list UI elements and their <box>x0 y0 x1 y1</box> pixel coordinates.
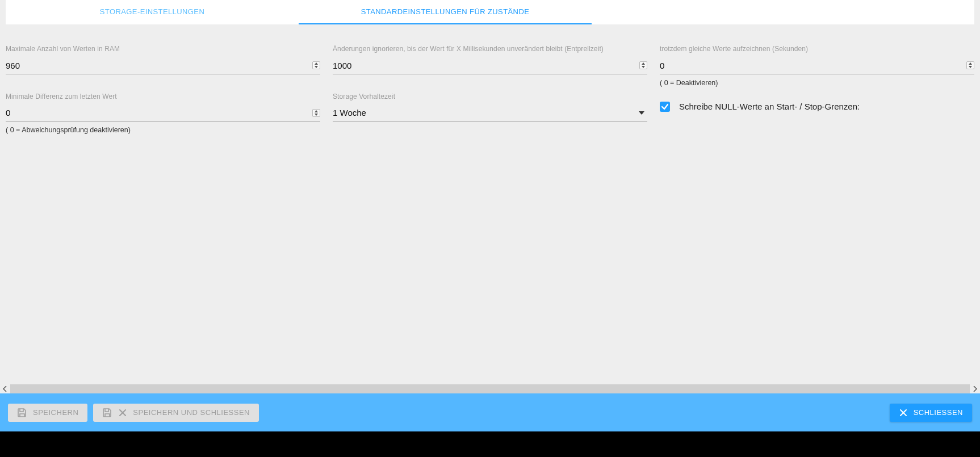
scrollbar-track[interactable] <box>10 384 970 393</box>
label-record-same: trotzdem gleiche Werte aufzeichnen (Seku… <box>660 45 974 54</box>
input-debounce[interactable] <box>333 58 639 73</box>
save-icon <box>102 408 112 418</box>
input-min-diff[interactable] <box>6 106 312 120</box>
save-icon <box>17 408 27 418</box>
label-write-null: Schreibe NULL-Werte an Start- / Stop-Gre… <box>679 102 860 111</box>
select-retention[interactable] <box>333 104 647 121</box>
close-icon <box>118 408 127 417</box>
input-max-ram[interactable] <box>6 58 312 73</box>
horizontal-scrollbar[interactable] <box>0 384 980 393</box>
field-max-ram: Maximale Anzahl von Werten in RAM <box>6 45 320 74</box>
input-record-same[interactable] <box>660 58 966 73</box>
settings-form: Maximale Anzahl von Werten in RAM Minima… <box>0 25 980 393</box>
scroll-left-icon[interactable] <box>0 384 10 393</box>
close-icon <box>899 408 908 417</box>
label-max-ram: Maximale Anzahl von Werten in RAM <box>6 45 320 54</box>
spinner-min-diff[interactable] <box>312 109 320 117</box>
save-and-close-button-label: SPEICHERN UND SCHLIESSEN <box>133 408 250 417</box>
field-write-null: Schreibe NULL-Werte an Start- / Stop-Gre… <box>660 102 974 112</box>
select-retention-value[interactable] <box>333 106 647 120</box>
label-retention: Storage Vorhaltezeit <box>333 93 647 102</box>
checkbox-write-null[interactable] <box>660 102 670 112</box>
check-icon <box>661 103 669 111</box>
field-record-same: trotzdem gleiche Werte aufzeichnen (Seku… <box>660 45 974 87</box>
save-button-label: SPEICHERN <box>33 408 78 417</box>
footer-bar: SPEICHERN SPEICHERN UND SCHLIESSEN SCHLI… <box>0 393 980 431</box>
save-button[interactable]: SPEICHERN <box>8 404 87 422</box>
close-button[interactable]: SCHLIESSEN <box>890 404 972 422</box>
helper-min-diff: ( 0 = Abweichungsprüfung deaktivieren) <box>6 126 320 134</box>
tabs-bar: STORAGE-EINSTELLUNGEN STANDARDEINSTELLUN… <box>6 0 974 25</box>
field-retention: Storage Vorhaltezeit <box>333 93 647 122</box>
tab-storage-settings[interactable]: STORAGE-EINSTELLUNGEN <box>6 0 299 24</box>
field-debounce: Änderungen ignorieren, bis der Wert für … <box>333 45 647 74</box>
label-debounce: Änderungen ignorieren, bis der Wert für … <box>333 45 647 54</box>
close-button-label: SCHLIESSEN <box>914 408 963 417</box>
save-and-close-button[interactable]: SPEICHERN UND SCHLIESSEN <box>93 404 259 422</box>
tab-state-defaults[interactable]: STANDARDEINSTELLUNGEN FÜR ZUSTÄNDE <box>299 0 592 24</box>
label-min-diff: Minimale Differenz zum letzten Wert <box>6 93 320 102</box>
letterbox <box>0 431 980 457</box>
spinner-debounce[interactable] <box>639 61 647 69</box>
spinner-max-ram[interactable] <box>312 61 320 69</box>
scroll-right-icon[interactable] <box>970 384 980 393</box>
spinner-record-same[interactable] <box>966 61 974 69</box>
helper-record-same: ( 0 = Deaktivieren) <box>660 79 974 87</box>
field-min-diff: Minimale Differenz zum letzten Wert ( 0 … <box>6 93 320 135</box>
